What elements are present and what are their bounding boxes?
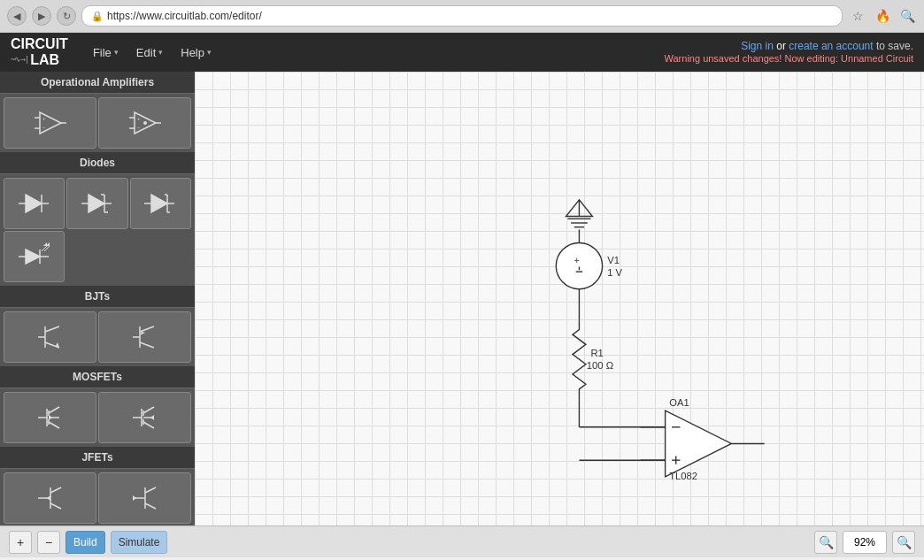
app-container: CIRCUIT ~∿→| LAB File ▾ Edit ▾ bbox=[0, 33, 924, 557]
svg-line-42 bbox=[140, 326, 154, 332]
svg-point-12 bbox=[143, 121, 147, 125]
svg-line-58 bbox=[143, 422, 154, 428]
main-content: Operational Amplifiers + − bbox=[0, 72, 924, 525]
oa1-label: OA1 bbox=[669, 397, 689, 408]
or-text: or bbox=[776, 40, 789, 52]
search-right-button[interactable]: 🔍 bbox=[892, 531, 915, 554]
svg-line-69 bbox=[145, 503, 156, 509]
help-menu[interactable]: Help ▾ bbox=[173, 42, 219, 63]
svg-marker-70 bbox=[133, 495, 136, 501]
auth-line: Sign in or create an account to save. bbox=[665, 40, 913, 52]
svg-marker-23 bbox=[151, 195, 167, 212]
diode-zener[interactable] bbox=[66, 178, 127, 229]
svg-line-57 bbox=[143, 407, 154, 413]
op-amp-basic[interactable]: + − bbox=[4, 97, 96, 149]
svg-line-63 bbox=[50, 487, 61, 493]
r1-value: 100 Ω bbox=[587, 360, 613, 371]
url-host: www.circuitlab.com bbox=[139, 10, 229, 22]
svg-text:+: + bbox=[574, 256, 580, 265]
op-amp-ideal[interactable]: + − bbox=[98, 97, 191, 149]
category-mosfets[interactable]: MOSFETs bbox=[0, 366, 195, 388]
warning-text: Warning unsaved changes! Now editing: Un… bbox=[665, 53, 913, 64]
jfet-n[interactable] bbox=[4, 472, 96, 524]
logo-text-2: LAB bbox=[30, 52, 59, 68]
edit-menu-arrow: ▾ bbox=[158, 48, 163, 57]
svg-line-37 bbox=[45, 326, 59, 332]
browser-chrome: ◀ ▶ ↻ 🔒 https://www.circuitlab.com/edito… bbox=[0, 0, 924, 33]
flame-icon[interactable]: 🔥 bbox=[873, 6, 892, 26]
bjt-pnp[interactable] bbox=[98, 311, 191, 363]
svg-marker-44 bbox=[140, 332, 145, 335]
edit-menu[interactable]: Edit ▾ bbox=[129, 42, 170, 63]
settings-icon[interactable]: 🔍 bbox=[897, 6, 917, 26]
svg-text:+: + bbox=[42, 116, 46, 121]
address-bar[interactable]: 🔒 https://www.circuitlab.com/editor/ bbox=[81, 5, 843, 27]
svg-marker-17 bbox=[89, 195, 104, 212]
logo-waveform: ~∿→| bbox=[11, 56, 28, 64]
add-button[interactable]: + bbox=[9, 531, 32, 554]
diode-led[interactable] bbox=[4, 231, 65, 282]
mosfet-nmos[interactable] bbox=[4, 392, 96, 443]
logo: CIRCUIT ~∿→| LAB bbox=[11, 36, 68, 67]
sidebar: Operational Amplifiers + − bbox=[0, 72, 195, 525]
logo-content: CIRCUIT ~∿→| LAB bbox=[11, 36, 68, 67]
top-bar-left: CIRCUIT ~∿→| LAB File ▾ Edit ▾ bbox=[11, 36, 219, 67]
svg-line-43 bbox=[140, 342, 154, 348]
svg-text:−: − bbox=[42, 125, 46, 130]
file-menu-label: File bbox=[93, 46, 112, 59]
svg-text:−: − bbox=[137, 125, 141, 130]
forward-button[interactable]: ▶ bbox=[32, 6, 51, 26]
help-menu-arrow: ▾ bbox=[207, 48, 212, 57]
bottom-bar: + − Build Simulate 🔍 92% 🔍 bbox=[0, 525, 924, 557]
canvas-area[interactable]: + V1 1 V R1 100 Ω bbox=[195, 72, 924, 525]
circuit-svg: + V1 1 V R1 100 Ω bbox=[195, 72, 924, 525]
help-menu-label: Help bbox=[181, 46, 204, 59]
category-op-amps[interactable]: Operational Amplifiers bbox=[0, 72, 195, 94]
bookmark-icon[interactable]: ☆ bbox=[848, 6, 867, 26]
diode-schottky[interactable] bbox=[130, 178, 191, 229]
r1-label: R1 bbox=[591, 348, 604, 358]
refresh-button[interactable]: ↻ bbox=[57, 6, 76, 26]
browser-actions: ☆ 🔥 🔍 bbox=[848, 6, 917, 26]
url-protocol: https:// bbox=[107, 10, 139, 22]
url-path: /editor/ bbox=[229, 10, 262, 22]
diode-standard[interactable] bbox=[4, 178, 65, 229]
svg-marker-13 bbox=[26, 195, 42, 212]
jfet-components bbox=[0, 469, 195, 525]
menu-items: File ▾ Edit ▾ Help ▾ bbox=[86, 42, 219, 63]
category-jfets[interactable]: JFETs bbox=[0, 447, 195, 469]
bjt-npn[interactable] bbox=[4, 311, 96, 363]
oa1-value: TL082 bbox=[669, 471, 697, 481]
sign-in-link[interactable]: Sign in bbox=[741, 40, 774, 52]
build-button[interactable]: Build bbox=[65, 531, 105, 554]
address-text: https://www.circuitlab.com/editor/ bbox=[107, 10, 262, 22]
svg-marker-60 bbox=[150, 415, 154, 420]
simulate-button[interactable]: Simulate bbox=[111, 531, 168, 554]
svg-line-68 bbox=[145, 487, 156, 493]
search-left-button[interactable]: 🔍 bbox=[814, 531, 837, 554]
back-button[interactable]: ◀ bbox=[7, 6, 27, 26]
svg-point-77 bbox=[556, 242, 602, 288]
svg-line-31 bbox=[42, 246, 47, 251]
svg-marker-65 bbox=[47, 495, 50, 501]
svg-marker-52 bbox=[49, 415, 52, 420]
top-bar: CIRCUIT ~∿→| LAB File ▾ Edit ▾ bbox=[0, 33, 924, 72]
category-diodes[interactable]: Diodes bbox=[0, 152, 195, 174]
category-bjts[interactable]: BJTs bbox=[0, 286, 195, 308]
diode-components bbox=[0, 174, 195, 286]
svg-line-50 bbox=[49, 422, 59, 428]
svg-line-32 bbox=[44, 246, 50, 251]
remove-button[interactable]: − bbox=[37, 531, 60, 554]
v1-label: V1 bbox=[607, 255, 620, 265]
file-menu[interactable]: File ▾ bbox=[86, 42, 126, 63]
bjt-components bbox=[0, 308, 195, 366]
warning-line: Warning unsaved changes! Now editing: Un… bbox=[665, 52, 913, 65]
mosfet-components bbox=[0, 388, 195, 447]
jfet-p[interactable] bbox=[98, 472, 191, 524]
svg-line-64 bbox=[50, 503, 61, 509]
mosfet-pmos[interactable] bbox=[98, 392, 191, 443]
create-account-link[interactable]: create an account bbox=[789, 40, 873, 52]
file-menu-arrow: ▾ bbox=[114, 48, 119, 57]
zoom-display: 92% bbox=[843, 531, 887, 554]
to-save-text: to save. bbox=[876, 40, 913, 52]
